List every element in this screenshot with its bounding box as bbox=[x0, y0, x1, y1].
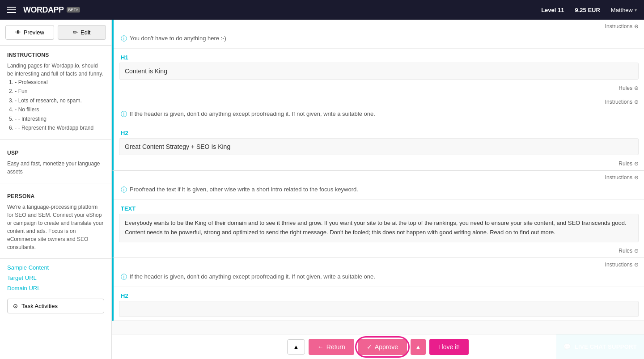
expand-button[interactable]: ▲ bbox=[411, 339, 426, 355]
section-text: Instructions ⊖ ⓘ Proofread the text if i… bbox=[112, 171, 644, 258]
field-input-h2-2[interactable] bbox=[119, 301, 639, 317]
rules-toggle-1[interactable]: Rules ⊖ bbox=[619, 85, 639, 91]
rules-toggle-3[interactable]: Rules ⊖ bbox=[619, 248, 639, 254]
main-content: Instructions ⊖ ⓘ You don't have to do an… bbox=[112, 20, 644, 359]
logo-text: WORDAPP bbox=[23, 5, 64, 15]
rules-bar-2: Rules ⊖ bbox=[114, 159, 644, 170]
info-icon-3: ⓘ bbox=[121, 186, 127, 194]
instructions-toggle-2[interactable]: Instructions ⊖ bbox=[605, 99, 639, 105]
section-h2-2: Instructions ⊖ ⓘ If the header is given,… bbox=[112, 258, 644, 321]
field-type-text: TEXT bbox=[114, 200, 644, 214]
info-icon-4: ⓘ bbox=[121, 273, 127, 281]
task-activities-button[interactable]: ⊙ Task Activities bbox=[7, 299, 104, 313]
rules-bar-3: Rules ⊖ bbox=[114, 246, 644, 258]
instructions-content-4: ⓘ If the header is given, don't do anyth… bbox=[114, 270, 644, 287]
return-arrow-icon: ← bbox=[318, 343, 324, 351]
instructions-section: INSTRUCTIONS Landing pages for Wordapp.i… bbox=[0, 46, 111, 136]
list-item: 3. - Lots of research, no spam. bbox=[9, 96, 104, 105]
section-h1: Instructions ⊖ ⓘ You don't have to do an… bbox=[112, 20, 644, 95]
instructions-text-label-3: Instructions bbox=[605, 174, 632, 181]
instructions-title: INSTRUCTIONS bbox=[7, 52, 104, 58]
instructions-detail-1: You don't have to do anything here :-) bbox=[130, 35, 226, 42]
field-type-h2-2: H2 bbox=[114, 287, 644, 301]
rules-bar-1: Rules ⊖ bbox=[114, 83, 644, 95]
instructions-content-2: ⓘ If the header is given, don't do anyth… bbox=[114, 107, 644, 124]
chevron-icon-1: ⊖ bbox=[634, 23, 639, 30]
info-icon-2: ⓘ bbox=[121, 110, 127, 118]
info-icon-1: ⓘ bbox=[121, 35, 127, 43]
clock-icon: ⊙ bbox=[13, 303, 18, 309]
rules-toggle-2[interactable]: Rules ⊖ bbox=[619, 160, 639, 167]
return-button[interactable]: ← Return bbox=[309, 339, 354, 355]
persona-text: We're a language-processing platform for… bbox=[7, 203, 104, 251]
chevron-down-icon: ▾ bbox=[635, 8, 637, 13]
hamburger-menu[interactable] bbox=[7, 7, 16, 13]
field-input-h2-1[interactable]: Great Content Strategy + SEO Is King bbox=[119, 138, 639, 155]
approve-check-icon: ✓ bbox=[367, 343, 372, 351]
target-url-link[interactable]: Target URL bbox=[0, 273, 111, 283]
sample-content-link[interactable]: Sample Content bbox=[0, 262, 111, 273]
instructions-detail-2: If the header is given, don't do anythin… bbox=[130, 110, 375, 117]
user-name: Matthew bbox=[611, 7, 633, 13]
scroll-up-button[interactable]: ▲ bbox=[287, 339, 305, 355]
level-badge: Level 11 bbox=[541, 7, 564, 13]
list-item: 1. - Professional bbox=[9, 78, 104, 87]
return-label: Return bbox=[326, 343, 345, 351]
logo: WORDAPP BETA bbox=[23, 5, 80, 15]
field-input-h1[interactable]: Content is King bbox=[119, 63, 639, 80]
instructions-toggle-4[interactable]: Instructions ⊖ bbox=[605, 262, 639, 268]
chevron-icon-3: ⊖ bbox=[634, 174, 639, 181]
persona-section: PERSONA We're a language-processing plat… bbox=[0, 187, 111, 255]
instructions-content-3: ⓘ Proofread the text if it is given, oth… bbox=[114, 182, 644, 200]
list-item: 4. - No fillers bbox=[9, 105, 104, 114]
usp-section: USP Easy and fast, monetize your languag… bbox=[0, 144, 111, 179]
instructions-toggle-3[interactable]: Instructions ⊖ bbox=[605, 174, 639, 181]
rules-label-text-3: Rules bbox=[619, 248, 632, 254]
rules-label-text-1: Rules bbox=[619, 85, 632, 91]
preview-button[interactable]: 👁 Preview bbox=[5, 25, 54, 40]
eye-icon: 👁 bbox=[15, 29, 21, 36]
instructions-text: Landing pages for Wordapp.io, should be … bbox=[7, 62, 104, 78]
instructions-bar-3: Instructions ⊖ bbox=[114, 171, 644, 182]
expand-icon: ▲ bbox=[415, 343, 421, 351]
field-type-h1: H1 bbox=[114, 49, 644, 63]
sidebar: 👁 Preview ✏ Edit INSTRUCTIONS Landing pa… bbox=[0, 20, 112, 359]
love-label: I love it! bbox=[438, 343, 460, 351]
balance: 9.25 EUR bbox=[575, 7, 600, 13]
approve-label: Approve bbox=[375, 343, 398, 351]
instructions-bar-2: Instructions ⊖ bbox=[114, 95, 644, 107]
instructions-detail-3: Proofread the text if it is given, other… bbox=[130, 186, 358, 193]
field-textarea[interactable]: Everybody wants to be the King of their … bbox=[119, 214, 639, 242]
preview-edit-bar: 👁 Preview ✏ Edit bbox=[0, 20, 111, 46]
persona-title: PERSONA bbox=[7, 193, 104, 199]
domain-url-link[interactable]: Domain URL bbox=[0, 283, 111, 293]
user-menu[interactable]: Matthew ▾ bbox=[611, 7, 637, 13]
instructions-list: 1. - Professional 2. - Fun 3. - Lots of … bbox=[7, 78, 104, 132]
instructions-bar-4: Instructions ⊖ bbox=[114, 258, 644, 270]
instructions-text-label-1: Instructions bbox=[605, 23, 632, 30]
chevron-icon-4: ⊖ bbox=[634, 262, 639, 268]
instructions-detail-4: If the header is given, don't do anythin… bbox=[130, 273, 375, 280]
love-button[interactable]: I love it! bbox=[429, 339, 469, 355]
bottom-bar: ▲ ← Return ✓ Approve ▲ I love it! bbox=[112, 334, 644, 359]
instructions-toggle-1[interactable]: Instructions ⊖ bbox=[605, 23, 639, 30]
rules-label-text-2: Rules bbox=[619, 160, 632, 167]
logo-badge: BETA bbox=[67, 7, 80, 13]
up-arrow-icon: ▲ bbox=[293, 343, 299, 351]
section-h2-1: Instructions ⊖ ⓘ If the header is given,… bbox=[112, 95, 644, 171]
rules-icon-3: ⊖ bbox=[634, 248, 639, 254]
usp-text: Easy and fast, monetize your language as… bbox=[7, 160, 104, 176]
approve-wrapper: ✓ Approve bbox=[358, 339, 407, 355]
field-type-h2-1: H2 bbox=[114, 124, 644, 138]
app-header: WORDAPP BETA Level 11 9.25 EUR Matthew ▾ bbox=[0, 0, 644, 20]
approve-button[interactable]: ✓ Approve bbox=[358, 339, 407, 355]
instructions-text-label-2: Instructions bbox=[605, 99, 632, 105]
task-activities-label: Task Activities bbox=[21, 303, 58, 309]
list-item: 6. - - Represent the Wordapp brand bbox=[9, 123, 104, 132]
list-item: 2. - Fun bbox=[9, 87, 104, 96]
list-item: 5. - - Interesting bbox=[9, 114, 104, 123]
rules-icon-2: ⊖ bbox=[634, 160, 639, 167]
instructions-bar-1: Instructions ⊖ bbox=[114, 20, 644, 31]
edit-button[interactable]: ✏ Edit bbox=[58, 25, 106, 40]
chevron-icon-2: ⊖ bbox=[634, 99, 639, 105]
